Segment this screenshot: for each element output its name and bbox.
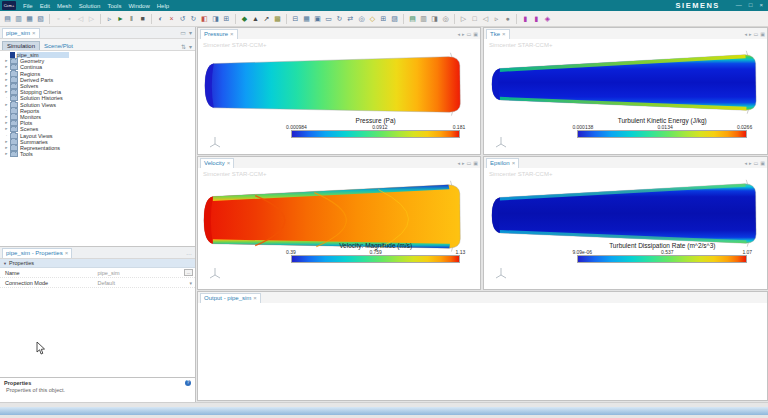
float-view-icon[interactable]: ▣ — [473, 160, 478, 166]
maximize-view-icon[interactable]: ▭ — [467, 31, 472, 37]
probe-tool-icon[interactable]: ↗ — [262, 14, 272, 24]
play-animation-icon[interactable]: ▷ — [459, 14, 469, 24]
tab-close-icon[interactable]: × — [65, 250, 69, 256]
scroll-left-icon[interactable]: ◂ — [458, 31, 461, 37]
rubberband-select-icon[interactable]: ▭ — [324, 14, 334, 24]
tab-output-pipe-sim[interactable]: Output - pipe_sim × — [200, 293, 261, 303]
step-icon[interactable]: ▹ — [105, 14, 115, 24]
expand-icon[interactable]: ▸ — [4, 102, 9, 108]
expand-icon[interactable]: ▸ — [4, 139, 9, 145]
redo-icon[interactable]: ▷ — [87, 14, 97, 24]
expand-icon[interactable]: ▸ — [4, 120, 9, 126]
expand-icon[interactable]: ▸ — [4, 83, 9, 89]
maximize-view-icon[interactable]: ▭ — [467, 160, 472, 166]
maximize-view-icon[interactable]: ▭ — [754, 160, 759, 166]
reset-view-icon[interactable]: ↺ — [178, 14, 188, 24]
scroll-left-icon[interactable]: ◂ — [745, 31, 748, 37]
tree-item-tools[interactable]: ▸Tools — [0, 151, 195, 157]
initialize-solution-icon[interactable]: ◐ — [156, 14, 166, 24]
stop-animation-icon[interactable]: □ — [470, 14, 480, 24]
expand-icon[interactable]: ▸ — [4, 89, 9, 95]
tab-properties[interactable]: pipe_sim - Properties × — [2, 248, 72, 258]
tab-tke[interactable]: Tke × — [486, 29, 510, 39]
maximize-icon[interactable]: □ — [749, 0, 753, 11]
menu-edit[interactable]: Edit — [40, 3, 50, 9]
maximize-view-icon[interactable]: ▭ — [754, 31, 759, 37]
sort-icon[interactable]: ⇅ — [181, 43, 186, 50]
step-back-icon[interactable]: ◁ — [481, 14, 491, 24]
menu-window[interactable]: Window — [128, 3, 149, 9]
rotate-view-icon[interactable]: ↻ — [335, 14, 345, 24]
tab-simulation[interactable]: Simulation — [2, 41, 40, 50]
restore-view-icon[interactable]: ↻ — [189, 14, 199, 24]
macro-pause-icon[interactable]: ◈ — [543, 14, 553, 24]
scene-table-icon[interactable]: ▣ — [313, 14, 323, 24]
window-layout-icon[interactable]: ⊞ — [379, 14, 389, 24]
sync-views-icon[interactable]: ◎ — [441, 14, 451, 24]
tab-close-icon[interactable]: × — [230, 31, 234, 37]
expand-icon[interactable]: ▸ — [4, 77, 9, 83]
new-simulation-icon[interactable]: ▤ — [3, 14, 13, 24]
macro-play-icon[interactable]: ▮ — [532, 14, 542, 24]
chevron-down-icon[interactable]: ▾ — [189, 280, 192, 286]
scroll-left-icon[interactable]: ◂ — [458, 160, 461, 166]
scroll-right-icon[interactable]: ▸ — [462, 160, 465, 166]
stop-icon[interactable]: ■ — [138, 14, 148, 24]
minimize-icon[interactable]: — — [736, 0, 742, 11]
edit-tool-icon[interactable]: ◧ — [200, 14, 210, 24]
table-view-icon[interactable]: ▥ — [419, 14, 429, 24]
tab-close-icon[interactable]: × — [227, 160, 231, 166]
close-icon[interactable]: × — [759, 0, 763, 11]
tab-list-icon[interactable]: ▾ — [189, 29, 192, 36]
expand-icon[interactable]: ▸ — [4, 64, 9, 70]
pressure-scene-canvas[interactable]: Simcenter STAR-CCM+ — [198, 39, 480, 154]
copy-icon[interactable]: ▪ — [65, 14, 75, 24]
save-icon[interactable]: ▦ — [25, 14, 35, 24]
pan-view-icon[interactable]: ⇄ — [346, 14, 356, 24]
expand-icon[interactable]: ▸ — [4, 151, 9, 157]
link-views-icon[interactable]: ◨ — [430, 14, 440, 24]
pause-icon[interactable]: ‖ — [127, 14, 137, 24]
macro-record-icon[interactable]: ▮ — [521, 14, 531, 24]
menu-help[interactable]: Help — [157, 3, 169, 9]
expand-icon[interactable]: ▸ — [4, 58, 9, 64]
tab-close-icon[interactable]: × — [253, 295, 257, 301]
save-all-icon[interactable]: ▧ — [36, 14, 46, 24]
generate-mesh-icon[interactable]: ◆ — [240, 14, 250, 24]
tab-close-icon[interactable]: × — [32, 30, 36, 36]
record-animation-icon[interactable]: ● — [503, 14, 513, 24]
snapshot-icon[interactable]: ▩ — [273, 14, 283, 24]
float-view-icon[interactable]: ▣ — [473, 31, 478, 37]
name-value[interactable]: pipe_sim — [98, 270, 120, 276]
ellipsis-button[interactable]: … — [184, 269, 193, 276]
highlight-tool-icon[interactable]: ◇ — [368, 14, 378, 24]
menu-tools[interactable]: Tools — [107, 3, 121, 9]
scroll-left-icon[interactable]: ◂ — [745, 160, 748, 166]
duplicate-icon[interactable]: ⊞ — [222, 14, 232, 24]
filter-dropdown-icon[interactable]: ▾ — [189, 43, 192, 50]
step-forward-icon[interactable]: ▹ — [492, 14, 502, 24]
tab-epsilon[interactable]: Epsilon × — [486, 158, 519, 168]
menu-solution[interactable]: Solution — [79, 3, 101, 9]
expand-icon[interactable]: ▸ — [4, 145, 9, 151]
undo-icon[interactable]: ◁ — [76, 14, 86, 24]
float-view-icon[interactable]: ▣ — [760, 160, 765, 166]
perspective-toggle-icon[interactable]: ▨ — [390, 14, 400, 24]
expand-icon[interactable]: ▸ — [4, 126, 9, 132]
select-tool-icon[interactable]: ▲ — [251, 14, 261, 24]
menu-mesh[interactable]: Mesh — [57, 3, 72, 9]
epsilon-scene-canvas[interactable]: Simcenter STAR-CCM+ — [484, 168, 767, 289]
more-icon[interactable]: … — [186, 250, 192, 256]
clear-solution-icon[interactable]: × — [167, 14, 177, 24]
tab-scene-plot[interactable]: Scene/Plot — [40, 42, 77, 50]
tab-close-icon[interactable]: × — [512, 160, 516, 166]
velocity-scene-canvas[interactable]: Simcenter STAR-CCM+ — [198, 168, 480, 289]
load-simulation-icon[interactable]: ▥ — [14, 14, 24, 24]
menu-file[interactable]: File — [23, 3, 33, 9]
scene-grid-icon[interactable]: ▦ — [302, 14, 312, 24]
run-icon[interactable]: ► — [116, 14, 126, 24]
save-scene-icon[interactable]: ⊟ — [291, 14, 301, 24]
output-console[interactable] — [198, 303, 767, 400]
scroll-right-icon[interactable]: ▸ — [462, 31, 465, 37]
tab-pipe-sim[interactable]: pipe_sim × — [2, 28, 40, 38]
